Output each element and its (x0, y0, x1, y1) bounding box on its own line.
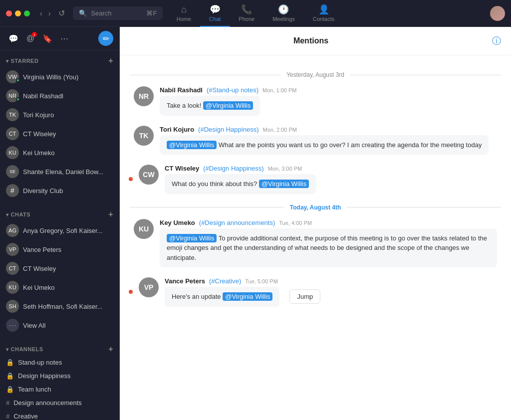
message-group-msg1: NR Nabil Rashadl (#Stand-up notes) Mon, … (130, 86, 501, 116)
search-label: Search (91, 9, 111, 17)
msg3-time: Mon, 3:00 PM (268, 166, 302, 172)
date-divider-today: Today, August 4th (130, 204, 501, 211)
msg5-author: Vance Peters (165, 277, 205, 285)
sidebar-icon-row: 💬 @ 1 🔖 ⋯ ✏ (0, 27, 119, 50)
sidebar-item-ct-starred[interactable]: CT CT Wiseley (0, 124, 119, 143)
bookmark-sidebar-icon[interactable]: 🔖 (40, 31, 55, 46)
avatar-msg2: TK (134, 126, 154, 146)
avatar-msg5: VP (139, 277, 159, 297)
channels-label: CHANNELS (11, 346, 43, 352)
forward-button[interactable]: › (46, 8, 53, 18)
sidebar-item-view-all-chats[interactable]: ⋯ View All (0, 316, 119, 335)
maximize-button[interactable] (24, 10, 30, 16)
sidebar-item-kei-starred[interactable]: KU Kei Umeko (0, 143, 119, 162)
search-bar[interactable]: 🔍 Search ⌘F (73, 6, 163, 20)
sidebar-item-ct-chat[interactable]: CT CT Wiseley (0, 259, 119, 278)
minimize-button[interactable] (15, 10, 21, 16)
avatar-kei-starred: KU (6, 146, 19, 159)
mentions-sidebar-icon[interactable]: @ 1 (23, 31, 38, 46)
tab-meetings[interactable]: 🕐 Meetings (263, 0, 304, 27)
msg4-time: Tue, 4:00 PM (279, 220, 312, 226)
message-group-msg3: CW CT Wiseley (#Design Happiness) Mon, 3… (130, 165, 501, 194)
avatar-anya: AG (6, 224, 19, 237)
sidebar-label-shante: Shante Elena, Daniel Bow... (23, 168, 113, 176)
msg2-body: Tori Kojuro (#Design Happiness) Mon, 2:0… (160, 126, 497, 155)
tab-phone[interactable]: 📞 Phone (230, 0, 263, 27)
msg5-body: Vance Peters (#Creative) Tue, 5:00 PM He… (165, 277, 497, 307)
history-button[interactable]: ↺ (58, 8, 65, 18)
back-button[interactable]: ‹ (38, 8, 44, 18)
msg4-body: Key Umeko (#Design announcements) Tue, 4… (160, 219, 497, 268)
sidebar-item-seth[interactable]: SH Seth Hoffman, Sofi Kaiser... (0, 297, 119, 316)
msg2-channel[interactable]: (#Design Happiness) (198, 126, 258, 133)
user-avatar-area[interactable] (490, 6, 505, 21)
message-group-msg5: VP Vance Peters (#Creative) Tue, 5:00 PM… (130, 277, 501, 307)
sidebar: 💬 @ 1 🔖 ⋯ ✏ ▾ STARRED + VW Virginia Will… (0, 27, 120, 420)
starred-header[interactable]: ▾ STARRED + (0, 54, 119, 67)
starred-chevron: ▾ (6, 58, 9, 64)
traffic-lights (6, 10, 30, 16)
sidebar-channel-standup[interactable]: 🔒 Stand-up notes (0, 356, 119, 369)
avatar-ct-starred: CT (6, 127, 19, 140)
main-layout: 💬 @ 1 🔖 ⋯ ✏ ▾ STARRED + VW Virginia Will… (0, 27, 511, 420)
sidebar-label-view-all-chats: View All (23, 322, 113, 329)
sidebar-channel-design-happiness[interactable]: 🔒 Design Happiness (0, 369, 119, 383)
tab-home-label: Home (177, 16, 191, 22)
sidebar-label-team-lunch: Team lunch (18, 386, 113, 393)
sidebar-item-vance[interactable]: VP Vance Peters (0, 240, 119, 259)
sidebar-channel-team-lunch[interactable]: 🔒 Team lunch (0, 383, 119, 396)
sidebar-item-anya[interactable]: AG Anya Gregory, Sofi Kaiser... (0, 221, 119, 240)
sidebar-label-virginia: Virginia Willis (You) (23, 73, 113, 81)
tab-chat[interactable]: 💬 Chat (200, 0, 230, 27)
jump-button[interactable]: Jump (289, 289, 320, 304)
msg5-content: Here's an update @Virginia Willis (165, 287, 279, 307)
tab-home[interactable]: ⌂ Home (168, 0, 200, 27)
sidebar-label-design-happiness: Design Happiness (18, 372, 113, 380)
msg5-channel[interactable]: (#Creative) (209, 277, 241, 285)
sidebar-item-nabil[interactable]: NR Nabil Rashadl (0, 86, 119, 105)
channels-header[interactable]: ▾ CHANNELS + (0, 343, 119, 356)
sidebar-item-shante[interactable]: SE Shante Elena, Daniel Bow... (0, 162, 119, 181)
sidebar-item-kei-chat[interactable]: KU Kei Umeko (0, 278, 119, 297)
top-nav: ⌂ Home 💬 Chat 📞 Phone 🕐 Meetings 👤 Conta… (168, 0, 343, 27)
sidebar-item-tori[interactable]: TK Tori Kojuro (0, 105, 119, 124)
chats-header[interactable]: ▾ CHATS + (0, 208, 119, 221)
sidebar-item-virginia[interactable]: VW Virginia Willis (You) (0, 67, 119, 86)
date-yesterday-label: Yesterday, August 3rd (286, 71, 344, 78)
chats-add-button[interactable]: + (108, 210, 113, 219)
sidebar-label-kei-starred: Kei Umeko (23, 149, 113, 157)
info-icon[interactable]: ⓘ (492, 35, 501, 47)
starred-add-button[interactable]: + (108, 56, 113, 65)
lock-icon-standup: 🔒 (6, 359, 14, 366)
sidebar-item-diversity[interactable]: # Diversity Club (0, 181, 119, 200)
compose-button[interactable]: ✏ (98, 31, 113, 46)
msg4-content: @Virginia Willis To provide additional c… (160, 228, 497, 268)
avatar-ct-chat: CT (6, 262, 19, 275)
avatar-kei-chat: KU (6, 281, 19, 294)
tab-contacts[interactable]: 👤 Contacts (304, 0, 343, 27)
chat-tab-icon: 💬 (210, 4, 221, 15)
msg4-author: Key Umeko (160, 219, 195, 226)
avatar-vance: VP (6, 243, 19, 256)
nav-arrows: ‹ › (38, 8, 52, 18)
msg5-content-row: Here's an update @Virginia Willis Jump (165, 287, 497, 307)
avatar-msg3: CW (139, 165, 159, 185)
msg3-channel[interactable]: (#Design Happiness) (203, 165, 263, 172)
more-sidebar-icon[interactable]: ⋯ (57, 31, 72, 46)
status-nabil (16, 97, 20, 101)
msg4-channel[interactable]: (#Design announcements) (199, 219, 275, 226)
messages-area: Yesterday, August 3rd NR Nabil Rashadl (… (120, 55, 511, 420)
tab-phone-label: Phone (239, 16, 255, 22)
chats-label: CHATS (11, 211, 31, 217)
sidebar-channel-design-announcements[interactable]: # Design announcements (0, 396, 119, 410)
title-bar: ‹ › ↺ 🔍 Search ⌘F ⌂ Home 💬 Chat 📞 Phone … (0, 0, 511, 27)
message-group-msg4: KU Key Umeko (#Design announcements) Tue… (130, 219, 501, 268)
sidebar-channel-creative[interactable]: # Creative (0, 410, 119, 420)
close-button[interactable] (6, 10, 12, 16)
msg3-meta: CT Wiseley (#Design Happiness) Mon, 3:00… (165, 165, 497, 172)
chat-sidebar-icon[interactable]: 💬 (6, 31, 21, 46)
msg1-channel[interactable]: (#Stand-up notes) (207, 86, 258, 94)
search-icon: 🔍 (79, 9, 87, 17)
channels-add-button[interactable]: + (108, 345, 113, 354)
mention-virginia-msg4: @Virginia Willis (167, 234, 217, 242)
